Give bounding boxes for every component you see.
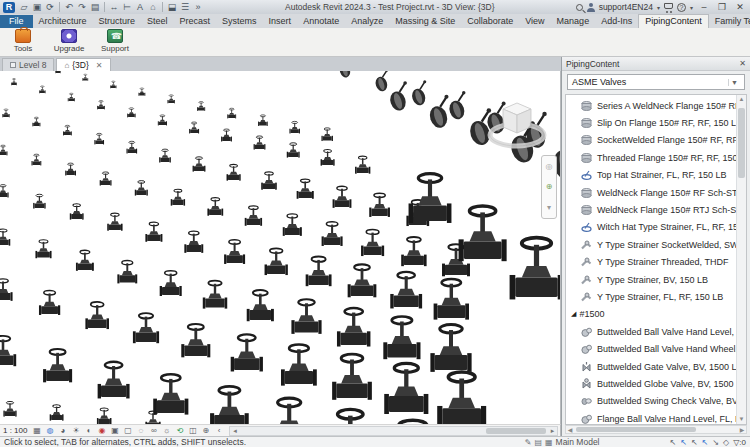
family-list-item[interactable]: Y Type Strainer Threaded, THDF — [566, 254, 736, 271]
list-vertical-scrollbar[interactable]: ▲ ▼ — [736, 95, 746, 424]
help-menu-chevron-icon[interactable]: ▾ — [690, 4, 693, 11]
family-list-item[interactable]: Y Type Strainer, FL, RF, 150 LB — [566, 288, 736, 305]
undo-icon[interactable]: ↶ — [63, 1, 75, 13]
ribbon-tab-family-tester[interactable]: Family Tester — [709, 15, 750, 28]
family-list-item[interactable]: Flange Ball Valve Hand Level, FL, RF, 15… — [566, 410, 736, 424]
nav-expand-icon[interactable]: ▾ — [547, 203, 551, 212]
detail-level-icon[interactable]: ◍ — [44, 426, 55, 436]
active-workset-label[interactable]: Main Model — [556, 437, 600, 447]
ribbon-tab-view[interactable]: View — [519, 15, 550, 28]
scroll-right-icon[interactable]: ▶ — [738, 426, 746, 433]
family-list-item[interactable]: Top Hat Strainer, FL, RF, 150 LB — [566, 167, 736, 184]
scroll-track[interactable] — [737, 104, 746, 415]
ribbon-tab-add-ins[interactable]: Add-Ins — [595, 15, 638, 28]
aligned-dimension-icon[interactable]: ⊢ — [121, 1, 133, 13]
ribbon-tab-systems[interactable]: Systems — [216, 15, 263, 28]
revit-logo[interactable]: R — [3, 2, 15, 13]
analytical-model-icon[interactable]: ◫ — [187, 426, 198, 436]
zoom-icon[interactable]: ⊕ — [546, 182, 553, 191]
drag-on-selection-icon[interactable]: ↘ — [712, 438, 719, 447]
view-tab-level8[interactable]: Level 8 — [2, 58, 54, 71]
crop-region-icon[interactable]: ▦ — [31, 426, 42, 436]
text-icon[interactable]: A — [134, 1, 146, 13]
crop-view-icon[interactable]: ▣ — [109, 426, 120, 436]
tools-button[interactable]: Tools — [4, 29, 42, 53]
family-list-item[interactable]: Buttwelded Swing Check Valve, BV, 1500 L… — [566, 393, 736, 410]
print-icon[interactable]: ▤ — [89, 1, 101, 13]
show-crop-icon[interactable]: ▢ — [122, 426, 133, 436]
select-links-icon[interactable]: ↖ — [670, 438, 677, 447]
user-avatar-icon[interactable] — [587, 3, 595, 11]
visual-style-icon[interactable]: ◕ — [57, 426, 68, 436]
model-viewport[interactable]: ◎ ⊕ ▾ — [0, 71, 561, 424]
family-list-item[interactable]: Buttwelded Ball Valve Hand Wheel, BV, 15… — [566, 340, 736, 357]
ribbon-tab-insert[interactable]: Insert — [263, 15, 298, 28]
viewcube[interactable] — [486, 97, 548, 153]
worksets-icon[interactable]: ▤ — [534, 438, 542, 447]
select-by-face-icon[interactable]: ↖ — [702, 438, 709, 447]
canvas-horizontal-scrollbar[interactable]: ◂ ▸ — [229, 426, 558, 436]
sun-path-icon[interactable]: ☀ — [70, 426, 81, 436]
scroll-track[interactable] — [574, 426, 738, 433]
expander-icon[interactable]: ◢ — [571, 310, 576, 318]
family-list-item[interactable]: WeldNeck Flange 150# RF Sch-STD, RF, 150… — [566, 184, 736, 201]
redo-icon[interactable]: ↷ — [76, 1, 88, 13]
scroll-left-icon[interactable]: ◀ — [566, 426, 574, 433]
scroll-thumb[interactable] — [576, 427, 696, 432]
editable-only-icon[interactable]: ✎ — [525, 438, 532, 447]
measure-icon[interactable]: ↔ — [108, 1, 120, 13]
support-button[interactable]: Support — [96, 29, 134, 53]
family-list-item[interactable]: WeldNeck Flange 150# RTJ Sch-STD, RTJ, 1… — [566, 201, 736, 218]
list-horizontal-scrollbar[interactable]: ◀ ▶ — [565, 425, 747, 434]
family-list-item[interactable]: Buttwelded Globe Valve, BV, 1500 LB — [566, 375, 736, 392]
family-list-item[interactable]: Y Type Strainer SocketWelded, SW — [566, 236, 736, 253]
restore-button[interactable]: ❐ — [715, 2, 729, 12]
scroll-thumb[interactable] — [486, 428, 546, 434]
family-list-item[interactable]: Witch Hat Type Strainer, FL, RF, 150 LB — [566, 219, 736, 236]
ribbon-tab-structure[interactable]: Structure — [93, 15, 142, 28]
upgrade-button[interactable]: Upgrade — [50, 29, 88, 53]
search-icon[interactable] — [576, 4, 583, 11]
shadows-icon[interactable]: ◐ — [83, 426, 94, 436]
press-drag-icon[interactable]: ◇ — [723, 438, 729, 447]
section-icon[interactable]: ⬓ — [166, 1, 178, 13]
family-list-item[interactable]: SocketWelded Flange 150# RF, RF, 150 LB,… — [566, 132, 736, 149]
reveal-hidden-icon[interactable]: ☼ — [161, 426, 172, 436]
selection-filter-count[interactable]: ▽:0 — [733, 438, 746, 447]
ribbon-tab-precast[interactable]: Precast — [174, 15, 217, 28]
scroll-track[interactable] — [239, 427, 548, 435]
family-list-item[interactable]: Threaded Flange 150# RF, RF, 150 LB, ASM… — [566, 149, 736, 166]
temporary-properties-icon[interactable]: ⟲ — [174, 426, 185, 436]
constraints-icon[interactable]: ⊕ — [200, 426, 211, 436]
save-icon[interactable]: ▣ — [31, 1, 43, 13]
scroll-right-icon[interactable]: ▸ — [548, 427, 557, 435]
scroll-down-icon[interactable]: ▼ — [739, 415, 745, 424]
store-cart-icon[interactable] — [664, 3, 673, 9]
scale-button[interactable]: 1 : 100 — [3, 426, 27, 435]
scroll-up-icon[interactable]: ▲ — [739, 95, 745, 104]
unlock-view-icon[interactable]: ◌ — [135, 426, 146, 436]
render-icon[interactable]: ◉ — [96, 426, 107, 436]
family-group-row[interactable]: ◢#1500 — [566, 306, 736, 323]
user-menu-chevron-icon[interactable]: ▾ — [657, 4, 660, 11]
default-3d-view-icon[interactable]: ⌂ — [147, 1, 159, 13]
close-view-icon[interactable]: ✕ — [96, 61, 103, 70]
family-list-item[interactable]: Y Type Strainer, BV, 150 LB — [566, 271, 736, 288]
temporary-hide-icon[interactable]: ∞ — [148, 426, 159, 436]
ribbon-tab-massing-site[interactable]: Massing & Site — [389, 15, 461, 28]
panel-close-icon[interactable]: ✕ — [739, 59, 746, 68]
ribbon-tab-manage[interactable]: Manage — [551, 15, 596, 28]
family-list-item[interactable]: Slip On Flange 150# RF, RF, 150 LB, ASME… — [566, 114, 736, 131]
collapse-icon[interactable]: ‹ — [213, 426, 224, 436]
ribbon-tab-analyze[interactable]: Analyze — [345, 15, 389, 28]
family-list-item[interactable]: Buttwelded Gate Valve, BV, 1500 LB — [566, 358, 736, 375]
signed-in-user[interactable]: support4EN24 — [599, 2, 653, 12]
ribbon-tab-annotate[interactable]: Annotate — [297, 15, 345, 28]
catalog-dropdown[interactable]: ASME Valves ▼ — [567, 74, 745, 90]
scroll-thumb[interactable] — [738, 108, 745, 178]
view-tab-3d[interactable]: ⌂ {3D} ✕ — [56, 58, 110, 71]
ribbon-tab-architecture[interactable]: Architecture — [33, 15, 93, 28]
family-list-item[interactable]: Series A WeldNeck Flange 150# RF, RF, 15… — [566, 97, 736, 114]
design-options-icon[interactable]: ▦ — [545, 438, 553, 447]
select-underlay-icon[interactable]: ↖ — [680, 438, 687, 447]
